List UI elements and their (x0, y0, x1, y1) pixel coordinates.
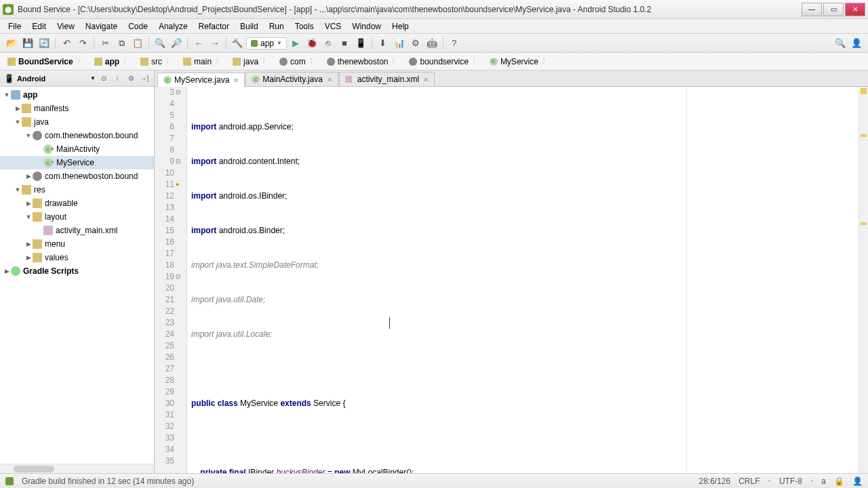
menu-vcs[interactable]: VCS (319, 20, 347, 33)
collapse-icon[interactable]: ↕ (112, 73, 123, 84)
tab-mainactivity[interactable]: CMainActivity.java✕ (245, 72, 338, 86)
insert-mode[interactable]: a (821, 476, 826, 486)
crumb-main[interactable]: main〉 (178, 55, 228, 68)
line-separator[interactable]: CRLF (738, 476, 760, 486)
crumb-java[interactable]: java〉 (228, 55, 275, 68)
inspection-indicator[interactable] (861, 88, 867, 94)
toolbar: 📂 💾 🔄 ↶ ↷ ✂ ⧉ 📋 🔍 🔎 ← → 🔨 app ▼ ▶ 🐞 ⎋ ■ … (0, 34, 868, 53)
paste-icon[interactable]: 📋 (130, 36, 145, 51)
tree-hscroll[interactable] (0, 464, 154, 473)
save-icon[interactable]: 💾 (20, 36, 35, 51)
replace-icon[interactable]: 🔎 (169, 36, 184, 51)
tree-layout[interactable]: ▼layout (0, 210, 154, 224)
tab-activitymain[interactable]: activity_main.xml✕ (339, 72, 435, 86)
tree-pkg2[interactable]: ▶com.thenewboston.bound (0, 169, 154, 183)
tree-gradle[interactable]: ▶Gradle Scripts (0, 264, 154, 278)
run-config-label: app (260, 39, 274, 48)
editor: CMyService.java✕ CMainActivity.java✕ act… (155, 70, 868, 473)
caret-position[interactable]: 28:6/126 (698, 476, 730, 486)
menu-help[interactable]: Help (387, 20, 414, 33)
text-cursor-secondary (389, 317, 390, 329)
close-icon[interactable]: ✕ (327, 76, 332, 83)
tree-app[interactable]: ▼app (0, 88, 154, 102)
avd-icon[interactable]: 📱 (353, 36, 368, 51)
project-tool-window: 📱 Android ▼ ⊙ ↕ ⚙ →| ▼app ▶manifests ▼ja… (0, 70, 155, 473)
open-icon[interactable]: 📂 (4, 36, 19, 51)
tree-res[interactable]: ▼res (0, 183, 154, 197)
status-message: Gradle build finished in 12 sec (14 minu… (22, 476, 194, 486)
tree-pkg1[interactable]: ▼com.thenewboston.bound (0, 129, 154, 142)
tree-mainactivity[interactable]: CᵃMainActivity (0, 142, 154, 156)
menu-window[interactable]: Window (347, 20, 387, 33)
project-tree[interactable]: ▼app ▶manifests ▼java ▼com.thenewboston.… (0, 87, 154, 464)
tree-java[interactable]: ▼java (0, 115, 154, 129)
crumb-boundservice[interactable]: boundservice〉 (404, 55, 484, 68)
run-icon[interactable]: ▶ (288, 36, 303, 51)
menu-build[interactable]: Build (235, 20, 264, 33)
monitor-icon[interactable]: 📊 (392, 36, 407, 51)
make-icon[interactable]: 🔨 (230, 36, 245, 51)
copy-icon[interactable]: ⧉ (114, 36, 129, 51)
back-icon[interactable]: ← (191, 36, 206, 51)
find-icon[interactable]: 🔍 (153, 36, 167, 51)
menu-tools[interactable]: Tools (290, 20, 319, 33)
search-icon[interactable]: 🔍 (833, 36, 848, 51)
sync-icon[interactable]: 🔄 (37, 36, 52, 51)
tree-menu[interactable]: ▶menu (0, 237, 154, 251)
crumb-com[interactable]: com〉 (275, 55, 322, 68)
user-icon[interactable]: 👤 (849, 36, 864, 51)
tree-drawable[interactable]: ▶drawable (0, 197, 154, 210)
android-icon[interactable]: 🤖 (425, 36, 439, 51)
settings-icon[interactable]: ⚙ (408, 36, 423, 51)
crumb-thenewboston[interactable]: thenewboston〉 (322, 55, 405, 68)
tree-manifests[interactable]: ▶manifests (0, 102, 154, 115)
sdk-icon[interactable]: ⬇ (376, 36, 391, 51)
tool-window-header: 📱 Android ▼ ⊙ ↕ ⚙ →| (0, 70, 154, 87)
code-area[interactable]: import android.app.Service; import andro… (187, 87, 859, 473)
crumb-project[interactable]: BoundService〉 (3, 55, 90, 68)
tab-myservice[interactable]: CMyService.java✕ (157, 73, 245, 87)
crumb-src[interactable]: src〉 (136, 55, 178, 68)
redo-icon[interactable]: ↷ (75, 36, 90, 51)
editor-tabs: CMyService.java✕ CMainActivity.java✕ act… (155, 70, 868, 87)
menu-navigate[interactable]: Navigate (80, 20, 123, 33)
menu-file[interactable]: File (3, 20, 26, 33)
cut-icon[interactable]: ✂ (98, 36, 113, 51)
breadcrumb: BoundService〉 app〉 src〉 main〉 java〉 com〉… (0, 53, 868, 70)
crumb-class[interactable]: CMyService〉 (485, 55, 555, 68)
tree-values[interactable]: ▶values (0, 251, 154, 264)
undo-icon[interactable]: ↶ (59, 36, 74, 51)
tree-myservice[interactable]: CˢMyService (0, 156, 154, 169)
minimize-button[interactable]: — (802, 3, 822, 16)
menu-refactor[interactable]: Refactor (193, 20, 235, 33)
app-icon: ⬤ (3, 4, 14, 15)
gear-icon[interactable]: ⚙ (125, 73, 136, 84)
maximize-button[interactable]: ▭ (823, 3, 844, 16)
help-icon[interactable]: ? (447, 36, 462, 51)
tool-window-title: Android (17, 75, 87, 83)
lock-icon[interactable]: 🔒 (834, 476, 844, 486)
forward-icon[interactable]: → (208, 36, 222, 51)
menu-code[interactable]: Code (123, 20, 153, 33)
gutter[interactable]: 3456789101112131415161718192021222324252… (155, 87, 187, 473)
hector-icon[interactable]: 👤 (852, 476, 863, 486)
crumb-app[interactable]: app〉 (90, 55, 136, 68)
debug-icon[interactable]: 🐞 (304, 36, 319, 51)
hide-icon[interactable]: →| (139, 73, 150, 84)
tree-layout-file[interactable]: activity_main.xml (0, 224, 154, 237)
close-icon[interactable]: ✕ (423, 76, 429, 83)
file-encoding[interactable]: UTF-8 (779, 476, 802, 486)
menu-run[interactable]: Run (264, 20, 290, 33)
stop-icon[interactable]: ■ (337, 36, 352, 51)
menu-view[interactable]: View (52, 20, 80, 33)
android-view-icon: 📱 (4, 74, 14, 83)
menu-analyze[interactable]: Analyze (153, 20, 193, 33)
run-config-dropdown[interactable]: app ▼ (246, 37, 287, 49)
error-stripe[interactable] (859, 87, 868, 473)
chevron-down-icon[interactable]: ▼ (90, 75, 96, 81)
close-button[interactable]: ✕ (845, 3, 865, 16)
close-icon[interactable]: ✕ (233, 77, 239, 84)
attach-icon[interactable]: ⎋ (321, 36, 336, 51)
scroll-from-source-icon[interactable]: ⊙ (98, 73, 109, 84)
menu-edit[interactable]: Edit (26, 20, 52, 33)
